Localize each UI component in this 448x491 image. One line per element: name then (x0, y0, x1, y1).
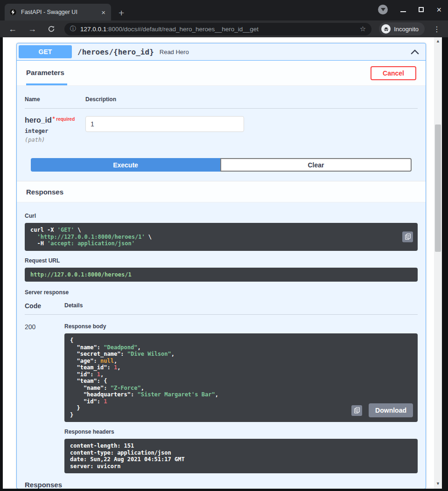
tab-title: FastAPI - Swagger UI (21, 9, 96, 15)
method-badge: GET (19, 45, 72, 58)
parameter-row: hero_id* required integer (path) (25, 109, 418, 143)
clipboard-icon (405, 234, 411, 240)
status-code: 200 (25, 323, 64, 473)
request-url-label: Request URL (25, 257, 418, 264)
response-headers-label: Response headers (64, 429, 418, 435)
request-url-block: http://127.0.0.1:8000/heroes/1 (25, 268, 418, 282)
window-controls: × (378, 5, 441, 14)
page-viewport: GET /heroes/{hero_id} Read Hero Paramete… (3, 37, 442, 489)
responses-content: Curl curl -X 'GET' \ 'http://127.0.0.1:8… (17, 202, 426, 489)
copy-curl-button[interactable] (402, 231, 413, 242)
server-response-label: Server response (25, 289, 418, 296)
name-column-header: Name (25, 96, 85, 103)
server-response-row: 200 Response body { "name": "Deadpond", … (25, 315, 418, 473)
browser-tab[interactable]: FastAPI - Swagger UI × (5, 4, 111, 21)
response-headers-block: content-length: 151content-type: applica… (64, 439, 418, 473)
required-badge: * required (53, 117, 75, 122)
scroll-down-icon[interactable]: ▼ (436, 480, 440, 488)
cancel-button[interactable]: Cancel (371, 66, 416, 80)
url-text[interactable]: 127.0.0.1:8000/docs#/default/read_hero_h… (80, 26, 356, 33)
hero-id-input[interactable] (85, 116, 244, 132)
clipboard-icon (354, 407, 360, 414)
fastapi-favicon-icon (9, 8, 17, 16)
scroll-up-icon[interactable]: ▲ (436, 37, 440, 45)
browser-toolbar: ← → ⓘ 127.0.0.1:8000/docs#/default/read_… (0, 21, 448, 37)
incognito-label: Incognito (394, 26, 419, 33)
reload-button[interactable] (44, 25, 59, 33)
curl-label: Curl (25, 213, 418, 219)
incognito-badge: Incognito (379, 22, 425, 35)
endpoint-summary: Read Hero (160, 48, 189, 55)
browser-menu-button[interactable]: ⋮ (430, 25, 443, 34)
page-info-icon[interactable]: ⓘ (70, 25, 76, 33)
request-url-value: http://127.0.0.1:8000/heroes/1 (30, 271, 412, 278)
download-button[interactable]: Download (369, 403, 413, 417)
curl-code-block: curl -X 'GET' \ 'http://127.0.0.1:8000/h… (25, 223, 418, 251)
code-details-header: Code Details (25, 302, 418, 315)
details-column-header: Details (64, 302, 83, 310)
response-body-actions: Download (351, 403, 413, 417)
forward-button[interactable]: → (24, 25, 40, 33)
execute-button[interactable]: Execute (31, 158, 220, 172)
url-host: 127.0.0.1 (80, 26, 106, 33)
new-tab-button[interactable]: + (119, 8, 124, 18)
url-path: :8000/docs#/default/read_hero_heroes__he… (106, 26, 259, 33)
response-body-label: Response body (64, 323, 418, 330)
parameter-name: hero_id (25, 116, 52, 124)
copy-response-button[interactable] (351, 405, 362, 416)
browser-update-icon[interactable] (378, 5, 388, 14)
responses-header: Responses (17, 181, 426, 202)
maximize-button[interactable] (419, 7, 424, 12)
bookmark-star-icon[interactable]: ☆ (360, 25, 366, 33)
opblock-get: GET /heroes/{hero_id} Read Hero Paramete… (16, 43, 426, 489)
opblock-summary[interactable]: GET /heroes/{hero_id} Read Hero (17, 43, 426, 61)
scrollbar-thumb[interactable] (435, 124, 441, 252)
window-close-button[interactable]: × (436, 6, 441, 14)
swagger-page: GET /heroes/{hero_id} Read Hero Paramete… (3, 37, 434, 489)
endpoint-path: /heroes/{hero_id} (77, 48, 154, 56)
clear-button[interactable]: Clear (220, 158, 412, 172)
tab-parameters[interactable]: Parameters (26, 61, 67, 85)
page-scrollbar[interactable]: ▲ ▼ (434, 37, 442, 489)
browser-titlebar: FastAPI - Swagger UI × + × (0, 0, 448, 21)
responses-title: Responses (26, 188, 63, 196)
parameters-table-head: Name Description (25, 96, 418, 109)
collapse-button[interactable] (411, 48, 419, 55)
tab-close-icon[interactable]: × (100, 8, 106, 16)
response-body-block: { "name": "Deadpond", "secret_name": "Di… (64, 333, 418, 422)
parameters-body: Name Description hero_id* required integ… (17, 86, 426, 155)
parameter-info: hero_id* required integer (path) (25, 116, 85, 143)
incognito-icon (381, 24, 391, 34)
documented-responses-title: Responses (25, 481, 418, 489)
description-column-header: Description (85, 96, 116, 103)
minimize-button[interactable] (400, 7, 406, 12)
back-button[interactable]: ← (5, 25, 21, 33)
parameters-header: Parameters Cancel (17, 61, 426, 86)
code-column-header: Code (25, 302, 64, 310)
parameter-location: (path) (25, 137, 85, 143)
address-bar[interactable]: ⓘ 127.0.0.1:8000/docs#/default/read_hero… (64, 23, 371, 35)
parameter-type: integer (25, 128, 85, 134)
chevron-up-icon (411, 48, 419, 55)
execute-row: Execute Clear (17, 155, 426, 181)
parameter-description-cell (85, 116, 244, 143)
response-detail: Response body { "name": "Deadpond", "sec… (64, 323, 418, 473)
